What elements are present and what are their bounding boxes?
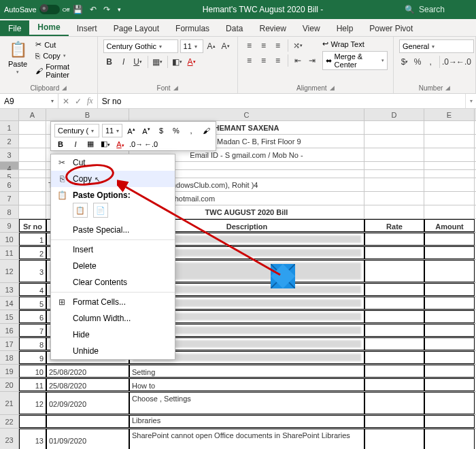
cell-desc[interactable]: Choose , Settings — [129, 392, 364, 414]
cell[interactable] — [364, 162, 424, 169]
tab-formulas[interactable]: Formulas — [167, 20, 218, 36]
row-header[interactable]: 9 — [0, 219, 19, 232]
cell[interactable] — [424, 148, 475, 161]
column-header-b[interactable]: B — [46, 109, 129, 120]
column-header-d[interactable]: D — [364, 109, 424, 120]
table-row[interactable]: 211202/09/2020Choose , Settings — [0, 392, 476, 415]
tab-home[interactable]: Home — [29, 19, 68, 36]
cell-rate[interactable] — [364, 378, 424, 391]
save-icon[interactable]: 💾 — [73, 5, 83, 14]
cell-rate[interactable] — [364, 392, 424, 414]
row-header[interactable]: 13 — [0, 283, 19, 296]
format-painter-button[interactable]: 🖌Format Painter — [34, 62, 91, 80]
italic-button[interactable]: I — [118, 56, 130, 68]
paste-option-values[interactable]: 📄 — [93, 203, 108, 218]
cell-desc[interactable]: How to — [129, 378, 364, 391]
cell[interactable] — [424, 121, 475, 134]
cell[interactable] — [364, 170, 424, 178]
row-header[interactable]: 20 — [0, 378, 19, 391]
cell-srno[interactable]: 6 — [19, 310, 46, 323]
cell[interactable] — [364, 205, 424, 218]
increase-decimal-icon[interactable]: .0→ — [129, 140, 141, 148]
tab-insert[interactable]: Insert — [69, 20, 105, 36]
cell-srno[interactable]: 13 — [19, 429, 46, 449]
align-bottom-icon[interactable]: ≡ — [272, 39, 284, 52]
dialog-launcher-icon[interactable]: ◢ — [445, 84, 450, 92]
cell-rate[interactable] — [364, 246, 424, 259]
row-header[interactable]: 19 — [0, 365, 19, 378]
cell-srno[interactable]: 8 — [19, 337, 46, 350]
comma-format-icon[interactable]: , — [425, 56, 436, 68]
cell-date[interactable]: 02/09/2020 — [46, 392, 129, 414]
chevron-down-icon[interactable]: ▾ — [159, 44, 162, 50]
fill-color-button[interactable]: ◧▾ — [171, 56, 184, 68]
chevron-down-icon[interactable]: ▾ — [194, 44, 197, 50]
row-header[interactable]: 2 — [0, 135, 19, 148]
paste-button[interactable]: 📋 Paste ▾ — [5, 39, 30, 76]
row-header[interactable]: 1 — [0, 121, 19, 134]
cell[interactable] — [424, 178, 475, 191]
table-row[interactable]: 231301/09/2020SharePoint cannot open Off… — [0, 429, 476, 449]
cell-amount[interactable] — [424, 378, 475, 391]
row-header[interactable]: 17 — [0, 337, 19, 350]
underline-button[interactable]: U▾ — [132, 56, 144, 68]
tab-data[interactable]: Data — [218, 20, 251, 36]
cell-amount[interactable] — [424, 260, 475, 282]
cell[interactable] — [364, 178, 424, 191]
tab-page-layout[interactable]: Page Layout — [105, 20, 167, 36]
cell[interactable] — [19, 121, 46, 134]
row-header[interactable]: 7 — [0, 192, 19, 205]
decrease-font-icon[interactable]: A▾ — [140, 127, 152, 135]
cell[interactable] — [19, 170, 46, 178]
cell[interactable] — [364, 135, 424, 148]
paste-option-default[interactable]: 📋 — [73, 203, 88, 218]
borders-button[interactable]: ▦▾ — [152, 56, 164, 68]
cell[interactable] — [19, 148, 46, 161]
increase-font-icon[interactable]: A▴ — [125, 127, 137, 135]
fx-icon[interactable]: fx — [87, 96, 93, 106]
menu-cut[interactable]: ✂Cut — [51, 154, 175, 171]
cell-amount[interactable] — [424, 415, 475, 428]
row-header[interactable]: 12 — [0, 260, 19, 282]
menu-unhide[interactable]: Unhide — [51, 343, 175, 359]
row-header[interactable]: 21 — [0, 392, 19, 414]
tab-power-pivot[interactable]: Power Pivot — [361, 20, 421, 36]
increase-decimal-icon[interactable]: .0→ — [443, 56, 456, 68]
percent-format-icon[interactable]: % — [170, 127, 182, 135]
cell-amount[interactable] — [424, 429, 475, 449]
cell-srno[interactable]: 12 — [19, 392, 46, 414]
decrease-indent-icon[interactable]: ⇤ — [292, 54, 304, 67]
tab-file[interactable]: File — [0, 20, 29, 36]
fill-color-button[interactable]: ◧▾ — [99, 139, 112, 148]
chevron-down-icon[interactable]: ▾ — [63, 53, 66, 59]
row-header[interactable]: 3 — [0, 148, 19, 161]
cell-rate[interactable] — [364, 283, 424, 296]
menu-column-width[interactable]: Column Width... — [51, 310, 175, 327]
dialog-launcher-icon[interactable]: ◢ — [330, 84, 335, 92]
cell[interactable] — [424, 170, 475, 178]
number-format-combo[interactable]: General▾ — [399, 39, 474, 53]
row-header[interactable]: 5 — [0, 170, 19, 178]
table-row[interactable]: 201125/08/2020How to — [0, 378, 476, 392]
header-rate[interactable]: Rate — [364, 219, 424, 232]
borders-button[interactable]: ▦ — [84, 139, 97, 148]
cell-rate[interactable] — [364, 260, 424, 282]
cell-srno[interactable]: 3 — [19, 260, 46, 282]
cell[interactable] — [424, 192, 475, 205]
cell[interactable] — [424, 135, 475, 148]
redo-icon[interactable]: ↷ — [103, 5, 110, 14]
align-top-icon[interactable]: ≡ — [243, 39, 256, 52]
cell-date[interactable]: 25/08/2020 — [46, 378, 129, 391]
accounting-format-icon[interactable]: $ — [155, 127, 167, 135]
cell-rate[interactable] — [364, 337, 424, 350]
select-all-button[interactable] — [0, 109, 19, 120]
row-header[interactable]: 11 — [0, 246, 19, 259]
cell-srno[interactable]: 11 — [19, 378, 46, 391]
cell-amount[interactable] — [424, 365, 475, 378]
decrease-font-icon[interactable]: A▾ — [220, 40, 232, 52]
cell-srno[interactable] — [19, 415, 46, 428]
tab-review[interactable]: Review — [251, 20, 294, 36]
cell[interactable] — [364, 148, 424, 161]
cell-amount[interactable] — [424, 337, 475, 350]
mini-toolbar[interactable]: Century (▾ 11▾ A▴ A▾ $ % , 🖌 B I ▦ ◧▾ A▾… — [50, 121, 216, 151]
